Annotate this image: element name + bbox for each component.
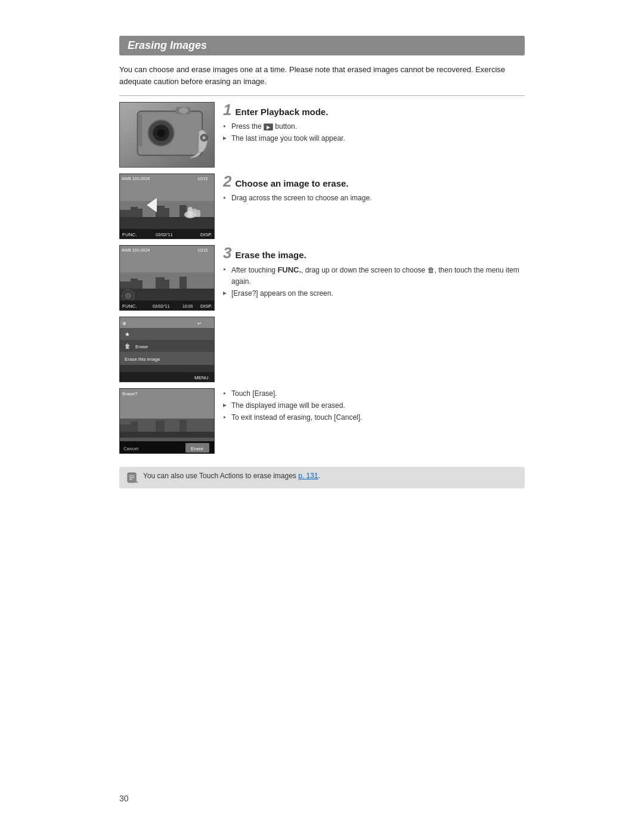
playback-icon: ▶ xyxy=(264,123,273,131)
step-1-number: 1 xyxy=(223,102,231,117)
step-1-row: 1 Enter Playback mode. Press the ▶ butto… xyxy=(119,102,525,168)
svg-text:AWB 100-0024: AWB 100-0024 xyxy=(122,176,150,181)
step-3-erase-content: Touch [Erase]. The displayed image will … xyxy=(223,388,525,424)
svg-rect-7 xyxy=(139,114,143,146)
svg-text:Erase: Erase xyxy=(135,344,148,349)
step-3-bullet-2: [Erase?] appears on the screen. xyxy=(223,288,525,299)
page-number: 30 xyxy=(119,794,129,803)
step-3-row: AWB 100-0024 10/15 FUNC. DISP. 02/02/'11… xyxy=(119,245,525,311)
svg-text:02/02/'11: 02/02/'11 xyxy=(153,304,170,308)
svg-rect-19 xyxy=(120,217,215,229)
page-container: Erasing Images You can choose and erase … xyxy=(0,0,644,833)
svg-text:Erase: Erase xyxy=(191,446,203,451)
svg-point-4 xyxy=(157,129,165,137)
svg-text:Cancel: Cancel xyxy=(123,446,138,451)
step-1-title: Enter Playback mode. xyxy=(235,107,328,117)
step-2-row: AWB 100-0024 10/15 FUNC. DISP. xyxy=(119,174,525,239)
step-2-bullet-1: Drag across the screen to choose an imag… xyxy=(223,193,525,203)
step-3-menu-screen: ⊕ ↩ ★ 🗑 Erase Erase this image xyxy=(119,317,215,382)
section-title: Erasing Images xyxy=(128,39,516,52)
step-3-erase-image: Erase? Cancel Erase xyxy=(119,388,215,454)
step-1-header: 1 Enter Playback mode. xyxy=(223,102,525,117)
intro-text: You can choose and erase images one at a… xyxy=(119,64,525,87)
svg-text:⊕: ⊕ xyxy=(122,321,126,326)
svg-text:Erase this image: Erase this image xyxy=(125,357,160,362)
note-link[interactable]: p. 131 xyxy=(298,472,318,480)
svg-text:DISP.: DISP. xyxy=(200,304,212,309)
svg-rect-56 xyxy=(120,340,215,352)
step-3-content: 3 Erase the image. After touching FUNC.,… xyxy=(223,245,525,300)
svg-rect-71 xyxy=(179,420,187,433)
svg-text:02/02/'11: 02/02/'11 xyxy=(156,233,173,237)
step-2-content: 2 Choose an image to erase. Drag across … xyxy=(223,174,525,205)
svg-rect-72 xyxy=(120,432,215,438)
step-3-screen-top: AWB 100-0024 10/15 FUNC. DISP. 02/02/'11… xyxy=(119,245,215,311)
svg-point-6 xyxy=(179,108,188,114)
svg-rect-54 xyxy=(120,328,215,340)
svg-text:FUNC.: FUNC. xyxy=(122,304,137,309)
step-3-erase-row: Erase? Cancel Erase Touch [Erase]. The d… xyxy=(119,388,525,454)
note-box: You can also use Touch Actions to erase … xyxy=(119,467,525,488)
svg-point-44 xyxy=(125,292,132,299)
step-1-content: 1 Enter Playback mode. Press the ▶ butto… xyxy=(223,102,525,145)
step-3-bullets-bottom: Touch [Erase]. The displayed image will … xyxy=(223,388,525,423)
note-icon xyxy=(126,472,138,484)
section-divider xyxy=(119,95,525,96)
svg-rect-37 xyxy=(156,277,165,290)
step-1-bullet-1: Press the ▶ button. xyxy=(223,121,525,132)
svg-text:10:00: 10:00 xyxy=(182,304,193,308)
svg-rect-61 xyxy=(120,365,215,372)
step-1-bullets: Press the ▶ button. The last image you t… xyxy=(223,121,525,144)
step-2-number: 2 xyxy=(223,174,231,189)
svg-text:★: ★ xyxy=(125,331,130,337)
step-2-bullets: Drag across the screen to choose an imag… xyxy=(223,193,525,203)
step-3-bullets-top: After touching FUNC., drag up or down th… xyxy=(223,264,525,299)
svg-rect-26 xyxy=(196,210,200,217)
svg-rect-25 xyxy=(193,209,197,217)
svg-text:10/15: 10/15 xyxy=(197,248,208,252)
step-3-number: 3 xyxy=(223,245,231,261)
svg-text:Erase?: Erase? xyxy=(122,391,138,397)
svg-rect-39 xyxy=(179,277,187,290)
svg-text:DISP.: DISP. xyxy=(200,232,212,237)
step-3-menu-image: ⊕ ↩ ★ 🗑 Erase Erase this image xyxy=(119,317,215,382)
step-3-erase-screen: Erase? Cancel Erase xyxy=(119,388,215,454)
step-2-screen: AWB 100-0024 10/15 FUNC. DISP. xyxy=(119,174,215,239)
step-3-header: 3 Erase the image. xyxy=(223,245,525,261)
svg-text:FUNC.: FUNC. xyxy=(122,232,137,237)
step-3-title: Erase the image. xyxy=(235,250,306,260)
step-3-erase-bullet-2: The displayed image will be erased. xyxy=(223,400,525,411)
svg-rect-24 xyxy=(188,207,193,218)
step-3-menu-row: ⊕ ↩ ★ 🗑 Erase Erase this image xyxy=(119,317,525,382)
svg-text:10/15: 10/15 xyxy=(197,176,208,181)
svg-rect-70 xyxy=(156,420,165,433)
svg-text:AWB 100-0024: AWB 100-0024 xyxy=(122,248,150,252)
step-1-camera-image xyxy=(119,102,215,168)
svg-text:MENU: MENU xyxy=(194,375,209,380)
step-2-title: Choose an image to erase. xyxy=(235,178,348,188)
step-3-image-top: AWB 100-0024 10/15 FUNC. DISP. 02/02/'11… xyxy=(119,245,215,311)
step-3-bullet-1: After touching FUNC., drag up or down th… xyxy=(223,264,525,287)
step-1-bullet-2: The last image you took will appear. xyxy=(223,133,525,144)
section-title-bar: Erasing Images xyxy=(119,36,525,55)
svg-text:↩: ↩ xyxy=(197,321,202,326)
note-text: You can also use Touch Actions to erase … xyxy=(143,472,320,480)
steps-wrapper: 1 Enter Playback mode. Press the ▶ butto… xyxy=(119,102,525,460)
step-2-header: 2 Choose an image to erase. xyxy=(223,174,525,189)
step-2-image: AWB 100-0024 10/15 FUNC. DISP. xyxy=(119,174,215,239)
svg-text:🗑: 🗑 xyxy=(125,343,131,349)
step-3-erase-bullet-3: To exit instead of erasing, touch [Cance… xyxy=(223,412,525,423)
svg-rect-16 xyxy=(156,206,165,219)
step-3-erase-bullet-1: Touch [Erase]. xyxy=(223,388,525,399)
step-1-image xyxy=(119,102,215,168)
